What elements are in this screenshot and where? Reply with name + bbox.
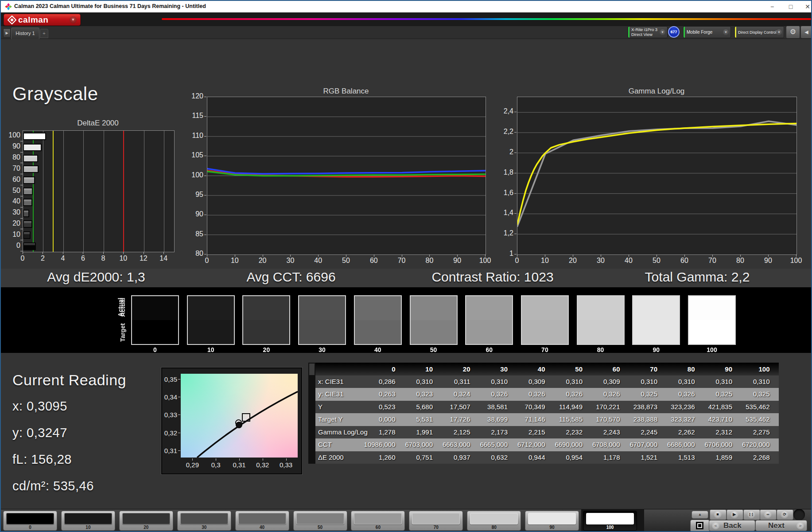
window-title: Calman 2023 Calman Ultimate for Business… [14, 3, 206, 9]
level-patch [586, 513, 634, 524]
level-button-0[interactable]: 0 [3, 511, 57, 531]
xtick-label: 60 [678, 257, 691, 265]
settings-gear-icon[interactable]: ⚙ [786, 26, 800, 39]
chevron-down-icon[interactable]: ▼ [776, 29, 782, 35]
axis-tick [374, 254, 374, 257]
axis-tick [514, 153, 517, 153]
axis-tick [20, 229, 23, 229]
axis-tick [20, 251, 23, 251]
level-button-70[interactable]: 70 [409, 511, 463, 531]
level-button-20[interactable]: 20 [119, 511, 173, 531]
minimize-icon[interactable]: − [765, 1, 779, 12]
swatch-actual [243, 296, 289, 320]
chevron-down-icon[interactable]: ▼ [70, 16, 77, 23]
axis-tick [20, 163, 23, 163]
next-label: Next [768, 521, 785, 530]
table-cell: 6690,000 [547, 441, 583, 448]
single-measure-button[interactable]: [·] [743, 509, 760, 520]
cie-ytick-label: 0,32 [163, 429, 177, 437]
table-cell: 5,531 [397, 415, 433, 423]
gridline [63, 131, 64, 252]
maximize-icon[interactable]: □ [784, 1, 797, 12]
table-gutter[interactable] [308, 363, 315, 464]
axis-tick [178, 433, 180, 433]
level-button-40[interactable]: 40 [235, 511, 289, 531]
swatch-actual [633, 296, 679, 320]
deltae-xtick-label: 12 [137, 254, 150, 262]
axis-tick [514, 234, 517, 234]
up-arrow-icon: ▲ [698, 512, 702, 516]
tab-scroll-button[interactable]: ▶ [3, 28, 11, 38]
level-patch [238, 513, 286, 524]
table-gutter-thumb[interactable] [309, 364, 315, 375]
level-button-100[interactable]: 100 [583, 511, 637, 531]
table-cell: 2,243 [584, 428, 620, 436]
xtick-label: 40 [311, 257, 325, 265]
ytick-label: 110 [188, 132, 203, 140]
level-patch [296, 513, 344, 524]
deltae-ytick-label: 0 [4, 242, 20, 250]
axis-tick [514, 193, 517, 194]
axis-tick [83, 252, 83, 254]
level-button-10[interactable]: 10 [61, 511, 115, 531]
table-cell: 1,859 [697, 454, 733, 461]
table-cell: 17,507 [435, 403, 470, 411]
reading-y: y: 0,3247 [12, 426, 67, 440]
level-button-30[interactable]: 30 [177, 511, 231, 531]
cie-ytick-label: 0,33 [163, 411, 177, 419]
meter-dropdown[interactable]: X-Rite i1Pro 3Direct View ▼ [628, 26, 668, 38]
deltae-xtick-label: 6 [76, 254, 89, 262]
stop-button[interactable]: ■ [710, 509, 727, 520]
table-cell: 0,523 [360, 403, 396, 411]
axis-tick [207, 254, 207, 257]
source-dropdown[interactable]: Mobile Forge ▼ [683, 26, 731, 38]
level-patch [354, 513, 402, 524]
meter-label: X-Rite i1Pro 3Direct View [631, 27, 657, 37]
play-button[interactable]: ▶ [727, 509, 743, 520]
table-cell: 0,751 [397, 454, 433, 461]
patch-window-button[interactable] [690, 520, 710, 532]
deltae-bar-80 [23, 155, 38, 162]
swatch-label: 90 [632, 346, 680, 353]
table-cell: 17,726 [435, 415, 470, 423]
series-blue [207, 169, 486, 174]
swatch-patch-90 [632, 295, 680, 345]
swatch-actual [299, 296, 345, 320]
tab-history-1[interactable]: History 1 [11, 27, 39, 39]
level-button-50[interactable]: 50 [293, 511, 347, 531]
display-dropdown[interactable]: Direct Display Control ▼ [734, 26, 784, 38]
table-row: x: CIE310,2860,3100,3110,3100,3090,3100,… [315, 376, 779, 388]
table-col-header: 0 [360, 365, 396, 373]
axis-tick [485, 254, 486, 257]
level-button-90[interactable]: 90 [525, 511, 579, 531]
table-cell: 0,311 [435, 378, 470, 385]
deltae-ytick-label: 60 [4, 176, 20, 184]
add-tab-button[interactable]: + [40, 29, 48, 38]
table-cell: 170,570 [584, 415, 620, 423]
meter-count-badge[interactable]: 677 [668, 26, 680, 38]
table-col-header: 50 [547, 365, 583, 373]
xtick-label: 10 [228, 257, 241, 265]
next-button[interactable]: Next » [755, 520, 807, 531]
chevron-down-icon[interactable]: ▼ [723, 29, 729, 35]
xtick-label: 20 [566, 257, 579, 265]
deltae-xtick-label: 10 [117, 254, 130, 262]
level-button-80[interactable]: 80 [467, 511, 521, 531]
panel-up-button[interactable]: ▲ [692, 511, 708, 519]
back-button[interactable]: « Back [709, 520, 755, 531]
chevron-down-icon[interactable]: ▼ [660, 29, 665, 35]
collapse-panel-icon[interactable]: ◀ [800, 26, 812, 39]
calman-menu-button[interactable]: calman ▼ [4, 14, 81, 26]
ytick-label: 100 [188, 171, 203, 179]
deltae-xtick-label: 14 [157, 254, 170, 262]
measurement-table: 0102030405060708090100x: CIE310,2860,310… [308, 363, 776, 464]
line-series [517, 97, 796, 254]
continuous-button[interactable]: ∞ [760, 509, 777, 520]
level-button-60[interactable]: 60 [351, 511, 405, 531]
axis-tick [204, 116, 206, 117]
axis-tick [346, 254, 346, 257]
ref-line-warn [53, 131, 54, 252]
table-cell: 1,991 [397, 428, 433, 436]
close-icon[interactable]: ✕ [801, 1, 812, 12]
loop-button[interactable]: ⟳ [777, 509, 793, 520]
